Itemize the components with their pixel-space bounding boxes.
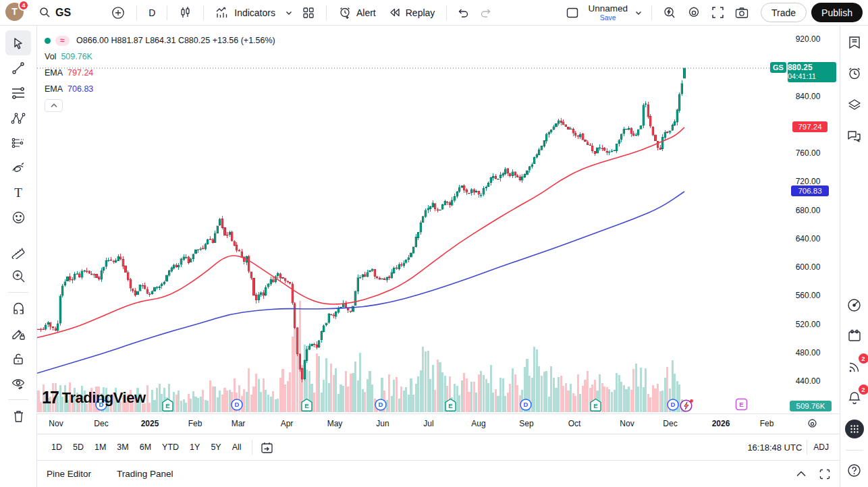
hide-drawings-button[interactable] [5,371,31,396]
interval-button[interactable]: D [143,3,161,22]
drawing-mode-button[interactable] [5,321,31,346]
magnet-icon [11,302,26,316]
indicators-templates-button[interactable] [282,3,296,22]
quick-search-icon [663,6,676,20]
trend-line-tool-button[interactable] [5,55,31,80]
range-1y-button[interactable]: 1Y [184,440,205,455]
publish-button[interactable]: Publish [811,3,863,22]
alerts-button[interactable] [844,63,865,84]
adjust-data-toggle[interactable]: ADJ [812,442,830,452]
user-menu-button[interactable]: T 4 [5,3,26,23]
earnings-marker[interactable]: E [300,398,313,414]
divider [807,440,807,455]
chart-type-button[interactable] [173,3,197,22]
range-6m-button[interactable]: 6M [134,440,157,455]
price-scale[interactable]: GS 880.25 04:41:11 797.24 706.83 509.76K… [776,26,840,413]
calendar-button[interactable] [844,326,865,346]
dividend-marker[interactable]: D [230,398,244,414]
bottom-panel-bar: Pine Editor Trading Panel [37,460,840,487]
screenshot-button[interactable] [730,3,753,22]
earnings-marker[interactable]: E [444,398,457,414]
earnings-marker[interactable]: E [735,398,748,413]
cursor-tool-button[interactable] [5,30,31,55]
chat-button[interactable] [844,125,865,146]
dividend-marker[interactable]: D [666,398,680,414]
screener-button[interactable] [844,295,865,315]
panel-maximize-button[interactable] [819,469,830,480]
earnings-marker[interactable]: E [161,398,174,414]
range-3m-button[interactable]: 3M [111,440,134,455]
time-tick: Jul [423,419,433,428]
pattern-tool-button[interactable] [5,105,31,130]
emoji-tool-button[interactable] [5,205,31,230]
earnings-marker[interactable]: E [589,398,602,414]
layout-name-button[interactable]: Unnamed Save [585,3,630,22]
ema-fast-price-label: 797.24 [792,121,828,132]
top-toolbar: T 4 GS D Indic [0,0,868,26]
save-link[interactable]: Save [600,14,616,22]
svg-text:E: E [304,402,308,409]
symbol-legend-row: ≈ O866.00 H881.87 L864.31 C880.25 +13.56… [45,32,275,49]
undo-icon [457,7,470,18]
layout-menu-chevron[interactable] [632,3,645,22]
watchlist-button[interactable] [844,32,865,53]
last-price-label: GS 880.25 04:41:11 [770,62,836,82]
fib-tool-button[interactable] [5,80,31,105]
volume-legend-row: Vol 509.76K [45,49,275,65]
range-5d-button[interactable]: 5D [67,440,89,455]
time-axis[interactable]: NovDec2025FebMarAprMayJunJulAugSepOctNov… [37,413,840,434]
indicators-button[interactable]: Indicators [210,3,281,22]
tab-pine-editor[interactable]: Pine Editor [47,469,91,479]
create-alert-button[interactable]: Alert [333,3,381,22]
live-stream-marker-icon[interactable] [679,398,695,416]
panel-expand-up-button[interactable] [796,471,806,477]
notifications-button[interactable]: 2 [844,388,865,408]
svg-text:D: D [671,401,676,408]
trade-button[interactable]: Trade [761,3,807,22]
ideas-stream-button[interactable]: 2 [844,357,865,377]
replay-button[interactable]: Replay [383,3,441,22]
legend-collapse-button[interactable] [45,99,63,112]
measure-tool-button[interactable] [5,239,31,264]
clock-utc-button[interactable]: 16:18:48 UTC [747,442,802,453]
layout-select-button[interactable] [561,3,584,22]
quick-search-button[interactable] [658,3,681,22]
forecast-tool-button[interactable] [5,130,31,155]
text-tool-button[interactable]: T [5,180,31,205]
redo-button[interactable] [475,3,496,22]
go-to-date-button[interactable] [257,438,277,457]
market-status-icon[interactable]: ≈ [55,36,70,46]
range-1d-button[interactable]: 1D [46,440,67,455]
notifications-badge: 2 [859,384,868,395]
lock-drawings-button[interactable] [5,346,31,371]
fullscreen-button[interactable] [707,3,729,22]
apps-menu-button[interactable] [844,419,865,439]
dividend-marker[interactable]: D [374,398,387,414]
tab-trading-panel[interactable]: Trading Panel [117,469,173,479]
grid-layout-button[interactable] [297,3,320,22]
range-5y-button[interactable]: 5Y [205,440,226,455]
compare-add-button[interactable] [106,3,130,22]
settings-button[interactable] [682,3,705,22]
dividend-marker[interactable]: D [519,398,533,414]
scales-settings-button[interactable] [807,418,818,432]
range-all-button[interactable]: All [227,440,247,455]
time-tick: May [327,419,343,428]
price-tick: 440.00 [776,376,840,386]
brush-tool-button[interactable] [5,155,31,180]
undo-button[interactable] [453,3,474,22]
ema-slow-value: 706.83 [67,84,93,94]
tradingview-logo-text: TradingView [62,389,146,407]
object-tree-button[interactable] [844,94,865,115]
help-button[interactable] [844,460,865,480]
zoom-in-tool-button[interactable] [5,264,31,289]
remove-drawings-button[interactable] [5,403,31,428]
range-ytd-button[interactable]: YTD [157,440,184,455]
chart-canvas[interactable]: ≈ O866.00 H881.87 L864.31 C880.25 +13.56… [37,26,776,413]
range-1m-button[interactable]: 1M [89,440,111,455]
symbol-search-button[interactable]: GS [34,3,76,22]
chat-bubbles-icon [846,129,862,143]
magnet-mode-button[interactable] [5,296,31,321]
search-icon [39,7,51,18]
time-tick: 2025 [141,419,159,428]
